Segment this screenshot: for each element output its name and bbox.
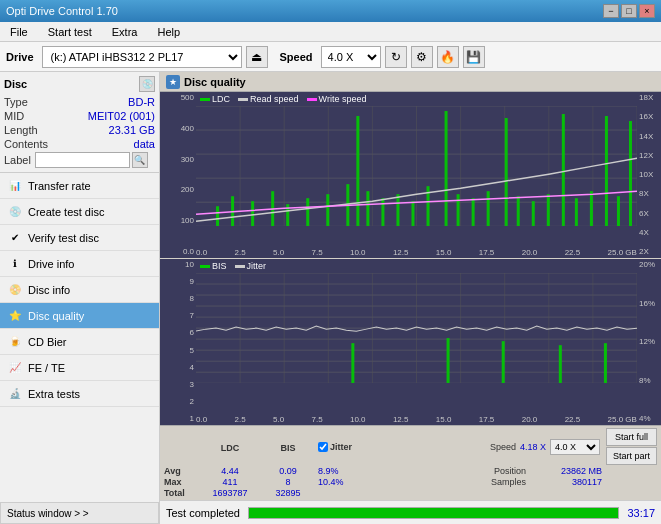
total-label: Total	[164, 488, 200, 498]
sidebar-item-fe-te[interactable]: 📈 FE / TE	[0, 355, 159, 381]
disc-section: Disc 💿 Type BD-R MID MEIT02 (001) Length…	[0, 72, 159, 173]
svg-rect-25	[366, 191, 369, 226]
jitter-col-header: Jitter	[330, 442, 352, 452]
disc-label-label: Label	[4, 154, 31, 166]
start-full-button[interactable]: Start full	[606, 428, 657, 446]
sidebar-item-create-test-disc[interactable]: 💿 Create test disc	[0, 199, 159, 225]
speed-select[interactable]: 4.0 X	[321, 46, 381, 68]
svg-rect-21	[306, 198, 309, 226]
svg-rect-34	[505, 118, 508, 226]
svg-rect-35	[517, 196, 520, 226]
refresh-button[interactable]: ↻	[385, 46, 407, 68]
speed-value-display: 4.18 X	[520, 442, 546, 452]
create-test-disc-label: Create test disc	[28, 206, 104, 218]
create-test-disc-icon: 💿	[8, 205, 22, 219]
svg-rect-36	[532, 201, 535, 226]
jitter-legend: Jitter	[235, 261, 267, 271]
svg-rect-38	[562, 114, 565, 226]
read-speed-legend: Read speed	[238, 94, 299, 104]
sidebar-item-extra-tests[interactable]: 🔬 Extra tests	[0, 381, 159, 407]
stats-area: LDC BIS Jitter Speed 4.18 X 4.0 X	[160, 425, 661, 500]
disc-type-value: BD-R	[128, 96, 155, 108]
menu-help[interactable]: Help	[151, 25, 186, 39]
svg-rect-27	[396, 194, 399, 226]
svg-rect-40	[590, 191, 593, 226]
disc-mid-value: MEIT02 (001)	[88, 110, 155, 122]
fe-te-icon: 📈	[8, 361, 22, 375]
svg-rect-67	[502, 341, 505, 383]
svg-rect-69	[604, 343, 607, 383]
verify-test-disc-label: Verify test disc	[28, 232, 99, 244]
chart-header: ★ Disc quality	[160, 72, 661, 92]
cd-bier-icon: 🍺	[8, 335, 22, 349]
svg-rect-65	[351, 343, 354, 383]
samples-value: 380117	[532, 477, 602, 487]
jitter-max: 10.4%	[318, 477, 489, 487]
status-window-button[interactable]: Status window > >	[0, 502, 159, 524]
avg-label: Avg	[164, 466, 200, 476]
disc-label-button[interactable]: 🔍	[132, 152, 148, 168]
close-button[interactable]: ×	[639, 4, 655, 18]
menu-start-test[interactable]: Start test	[42, 25, 98, 39]
disc-contents-label: Contents	[4, 138, 48, 150]
svg-rect-37	[547, 194, 550, 226]
sidebar-item-disc-info[interactable]: 📀 Disc info	[0, 277, 159, 303]
minimize-button[interactable]: −	[603, 4, 619, 18]
sidebar-item-drive-info[interactable]: ℹ Drive info	[0, 251, 159, 277]
start-part-button[interactable]: Start part	[606, 447, 657, 465]
sidebar-item-verify-test-disc[interactable]: ✔ Verify test disc	[0, 225, 159, 251]
progress-bar-container	[248, 507, 619, 519]
disc-title: Disc	[4, 78, 27, 90]
speed-stats-select[interactable]: 4.0 X	[550, 439, 600, 455]
sidebar-nav: 📊 Transfer rate 💿 Create test disc ✔ Ver…	[0, 173, 159, 502]
save-button[interactable]: 💾	[463, 46, 485, 68]
maximize-button[interactable]: □	[621, 4, 637, 18]
sidebar-item-transfer-rate[interactable]: 📊 Transfer rate	[0, 173, 159, 199]
disc-label-input[interactable]	[35, 152, 130, 168]
title-bar-controls: − □ ×	[603, 4, 655, 18]
upper-chart-svg	[196, 106, 637, 226]
disc-icon: 💿	[139, 76, 155, 92]
drive-select[interactable]: (k:) ATAPI iHBS312 2 PL17	[42, 46, 242, 68]
jitter-avg: 8.9%	[318, 466, 492, 476]
chart-area: ★ Disc quality LDC Read speed Write spee…	[160, 72, 661, 524]
app-title: Opti Drive Control 1.70	[6, 5, 118, 17]
svg-rect-39	[575, 198, 578, 226]
jitter-checkbox[interactable]	[318, 442, 328, 452]
status-bar: Test completed 33:17	[160, 500, 661, 524]
ldc-col-header: LDC	[221, 443, 240, 453]
sidebar-item-disc-quality[interactable]: ⭐ Disc quality	[0, 303, 159, 329]
svg-rect-42	[617, 196, 620, 226]
extra-tests-label: Extra tests	[28, 388, 80, 400]
menu-extra[interactable]: Extra	[106, 25, 144, 39]
lower-y-axis-left: 10 9 8 7 6 5 4 3 2 1	[160, 259, 196, 425]
transfer-rate-icon: 📊	[8, 179, 22, 193]
sidebar-item-cd-bier[interactable]: 🍺 CD Bier	[0, 329, 159, 355]
svg-rect-41	[605, 116, 608, 226]
disc-mid-label: MID	[4, 110, 24, 122]
ldc-max: 411	[202, 477, 258, 487]
lower-chart-svg	[196, 273, 637, 383]
max-label: Max	[164, 477, 200, 487]
burn-button[interactable]: 🔥	[437, 46, 459, 68]
disc-info-label: Disc info	[28, 284, 70, 296]
svg-rect-30	[445, 111, 448, 226]
title-bar: Opti Drive Control 1.70 − □ ×	[0, 0, 661, 22]
disc-quality-icon: ⭐	[8, 309, 22, 323]
upper-chart: LDC Read speed Write speed 500 400 300 2…	[160, 92, 661, 258]
samples-label: Samples	[491, 477, 526, 487]
settings-button[interactable]: ⚙	[411, 46, 433, 68]
svg-rect-16	[216, 206, 219, 226]
eject-button[interactable]: ⏏	[246, 46, 268, 68]
menu-file[interactable]: File	[4, 25, 34, 39]
svg-rect-28	[411, 201, 414, 226]
upper-chart-legend: LDC Read speed Write speed	[200, 94, 366, 104]
menu-bar: File Start test Extra Help	[0, 22, 661, 42]
extra-tests-icon: 🔬	[8, 387, 22, 401]
disc-type-label: Type	[4, 96, 28, 108]
ldc-total: 1693787	[202, 488, 258, 498]
main-content: Disc 💿 Type BD-R MID MEIT02 (001) Length…	[0, 72, 661, 524]
svg-rect-66	[447, 338, 450, 383]
svg-rect-68	[559, 345, 562, 383]
chart-header-icon: ★	[166, 75, 180, 89]
